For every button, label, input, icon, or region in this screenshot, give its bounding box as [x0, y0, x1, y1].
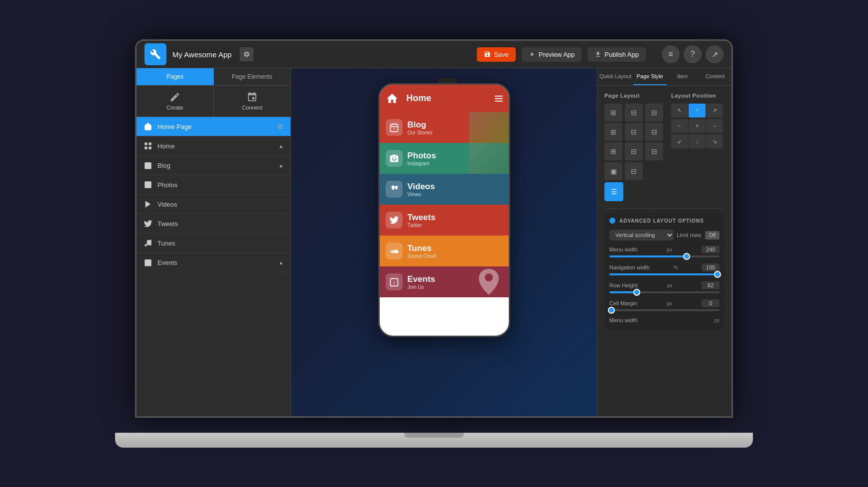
layout-position-section: Page Layout ⊞ ⊟ ⊟ ⊞ ⊟ ⊟ ⊞ — [604, 93, 724, 201]
row-height-track[interactable] — [609, 291, 720, 293]
advanced-label: ADVANCED LAYOUT OPTIONS — [619, 218, 704, 224]
layout-btn-8[interactable]: ⊟ — [625, 142, 643, 160]
limit-rows-label: Limit rows — [677, 232, 702, 238]
layout-btn-3[interactable]: ⊟ — [645, 104, 663, 122]
svg-point-11 — [145, 244, 147, 246]
svg-text:7: 7 — [393, 281, 395, 284]
phone-home-row: Home — [380, 85, 509, 112]
layout-btn-active[interactable]: ☰ — [604, 182, 623, 201]
videos-icon — [144, 200, 152, 209]
menu-width-header: Menu width px 240 — [609, 245, 720, 253]
tab-content[interactable]: Content — [699, 68, 731, 85]
sidebar-pages: Home Page ⚙ Home ▲ — [137, 117, 290, 416]
pos-bot-center[interactable]: ↓ — [689, 134, 706, 148]
tab-page-style[interactable]: Page Style — [633, 68, 666, 85]
connect-action[interactable]: Connect — [214, 86, 290, 117]
layout-btn-7[interactable]: ⊞ — [604, 142, 622, 160]
phone-videos-row[interactable]: Videos Vimeo — [380, 174, 509, 205]
photos-icon — [144, 180, 152, 189]
right-tabs: Quick Layout Page Style Item Content — [597, 68, 731, 86]
create-action[interactable]: Create — [137, 86, 214, 117]
tab-pages[interactable]: Pages — [137, 68, 214, 85]
sidebar-item-home-page[interactable]: Home Page ⚙ — [137, 117, 290, 136]
pos-top-left[interactable]: ↖ — [671, 104, 688, 118]
tab-page-elements[interactable]: Page Elements — [214, 68, 291, 85]
tab-item[interactable]: Item — [666, 68, 699, 85]
layout-btn-6[interactable]: ⊟ — [645, 123, 663, 141]
preview-button[interactable]: Preview App — [522, 47, 581, 62]
row-height-thumb[interactable] — [633, 289, 640, 296]
right-sidebar: Quick Layout Page Style Item Content — [597, 68, 731, 416]
layout-btn-11[interactable]: ⊟ — [625, 162, 643, 180]
layout-grid-top: ⊞ ⊟ ⊟ ⊞ ⊟ ⊟ ⊞ ⊟ ⊟ — [604, 104, 664, 160]
svg-point-9 — [146, 183, 147, 184]
pos-bot-left[interactable]: ↙ — [671, 134, 688, 148]
list-button[interactable]: ≡ — [662, 45, 680, 63]
export-button[interactable]: ↗ — [706, 45, 723, 63]
hamburger-menu[interactable] — [495, 96, 503, 102]
phone-events-row[interactable]: 7 Events Join Us — [380, 266, 509, 297]
nav-width-thumb[interactable] — [714, 271, 721, 278]
cell-margin-thumb[interactable] — [608, 307, 615, 314]
menu-width-fill — [609, 255, 687, 257]
sidebar-item-events[interactable]: Events ▲ — [137, 253, 290, 272]
left-sidebar: Pages Page Elements Create — [137, 68, 291, 416]
scroll-select[interactable]: Vertical scrolling Horizontal scrolling — [609, 230, 674, 241]
phone-photos-row[interactable]: Photos Instagram — [380, 143, 509, 174]
layout-btn-1[interactable]: ⊞ — [604, 104, 622, 122]
layout-btn-5[interactable]: ⊟ — [625, 123, 643, 141]
phone-home-label: Home — [407, 93, 432, 104]
layout-btn-4[interactable]: ⊞ — [604, 123, 622, 141]
save-label: Save — [494, 51, 509, 58]
sidebar-item-home[interactable]: Home ▲ — [137, 136, 290, 156]
vimeo-icon — [389, 184, 399, 194]
limit-rows-toggle[interactable]: Off — [705, 231, 720, 240]
pos-mid-right[interactable]: → — [706, 119, 723, 133]
home-page-gear[interactable]: ⚙ — [277, 122, 284, 130]
tab-quick-layout[interactable]: Quick Layout — [597, 68, 633, 85]
help-button[interactable]: ? — [684, 45, 702, 63]
photos-row-icon — [386, 150, 403, 167]
pos-bot-right[interactable]: ↘ — [706, 134, 723, 148]
laptop-shell: My Awesome App Save — [135, 39, 733, 448]
svg-text:7: 7 — [393, 127, 395, 130]
sidebar-item-blog[interactable]: Blog ▲ — [137, 156, 290, 175]
svg-rect-1 — [149, 142, 151, 145]
nav-width-track[interactable] — [609, 273, 720, 275]
events-bg-image — [469, 266, 509, 297]
sidebar-item-tunes[interactable]: Tunes — [137, 234, 290, 253]
publish-button[interactable]: Publish App — [587, 47, 646, 62]
layout-btn-2[interactable]: ⊟ — [625, 104, 643, 122]
layout-grid-bottom: ▣ ⊟ — [604, 162, 664, 180]
pos-top-right[interactable]: ↗ — [706, 104, 723, 118]
svg-rect-2 — [145, 147, 147, 149]
pos-mid-left[interactable]: ← — [671, 119, 688, 133]
page-layout-title: Page Layout — [604, 93, 664, 99]
nav-width-unit: % — [673, 265, 678, 270]
pos-top-center[interactable]: ↑ — [689, 104, 706, 118]
sidebar-item-videos[interactable]: Videos — [137, 195, 290, 214]
cell-margin-track[interactable] — [609, 309, 720, 311]
phone-tunes-row[interactable]: Tunes Sound Cloud — [380, 236, 509, 266]
menu-width-row: Menu width px 240 — [609, 245, 720, 257]
save-icon — [484, 51, 491, 58]
sidebar-item-tweets[interactable]: Tweets — [137, 214, 290, 234]
layout-btn-10[interactable]: ▣ — [604, 162, 622, 180]
menu-width-track[interactable] — [609, 255, 720, 257]
scroll-row: Vertical scrolling Horizontal scrolling … — [609, 230, 720, 241]
row-height-value: 82 — [702, 281, 720, 289]
preview-label: Preview App — [539, 51, 575, 58]
settings-button[interactable] — [240, 47, 254, 61]
phone-blog-row[interactable]: 7 Blog Our Stories — [380, 112, 509, 143]
save-button[interactable]: Save — [477, 47, 516, 62]
menu-width-thumb[interactable] — [683, 253, 690, 260]
blog-arrow: ▲ — [279, 163, 284, 168]
phone-mockup: Home — [378, 83, 510, 337]
phone-tweets-row[interactable]: Tweets Twitter — [380, 205, 509, 236]
layout-btn-9[interactable]: ⊟ — [645, 142, 663, 160]
twitter-icon — [389, 215, 399, 225]
sidebar-item-photos[interactable]: Photos — [137, 175, 290, 195]
camera-icon — [389, 153, 399, 163]
pos-center[interactable]: + — [689, 119, 706, 133]
svg-rect-13 — [145, 259, 151, 266]
